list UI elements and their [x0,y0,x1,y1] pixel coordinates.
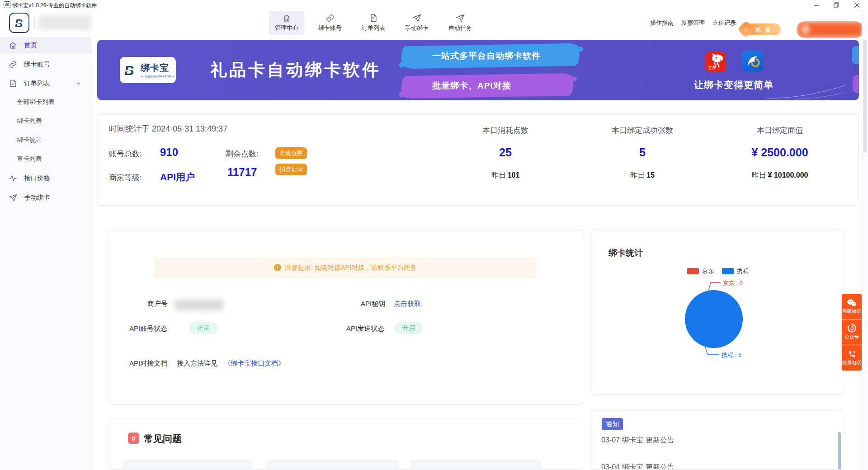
stat-value: 25 [442,146,569,159]
notice-badge: 通知 [602,418,623,430]
api-send-status-label: API发送状态 [346,324,384,333]
api-doc-text: 接入方法详见 [177,359,217,368]
sidebar-item-card-accounts[interactable]: 绑卡账号 [0,56,91,72]
api-account-status-badge: 正常 [189,322,217,334]
official-account-button[interactable]: 公众号 [842,320,862,344]
banner-slogan: 让绑卡变得更简单 [694,79,774,91]
sidebar-item-manual-bind[interactable]: 手动绑卡 [0,189,91,206]
hero-banner: B 绑卡宝 — 专业的自动绑卡软件 — 礼品卡自动绑卡软件 一站式多平台自动绑卡… [97,40,859,100]
home-icon [9,41,17,50]
warning-text: 温馨提示: 如需对接API对接，请联系平台商务 [285,263,417,272]
blurred-avatar [801,25,810,34]
tab-card-accounts[interactable]: 绑卡账号 [312,11,348,35]
pie-callout-lines [591,231,844,395]
sidebar-item-api-price[interactable]: 接口价格 [0,170,91,186]
recharge-label: 充 值 [755,26,772,34]
wechat-icon [847,299,857,307]
points-label: 剩余点数: [226,149,259,159]
notice-item[interactable]: 03-04 绑卡宝 更新公告 [601,463,675,470]
recharge-points-button[interactable]: 充值点数 [275,147,307,159]
restore-button[interactable] [829,0,844,10]
stat-col-points-consumed: 本日消耗点数 25 昨日101 [442,125,569,180]
merchant-level-label: 商家等级: [109,173,142,183]
link-recharge-record[interactable]: 充值记录 [712,19,736,27]
faq-title: 常见问题 [144,432,182,445]
faq-item[interactable] [266,460,399,470]
api-doc-label: API对接文档 [129,359,167,368]
ctrip-app-icon [742,51,763,72]
app-window: B 绑卡宝v1.0.26-专业的自动绑卡软件 B 管理中心 [0,0,868,470]
tab-management-center[interactable]: 管理中心 [269,11,304,35]
tab-manual-bind[interactable]: 手动绑卡 [399,11,434,35]
brand-logo: B [9,13,29,33]
banner-tag1: 一站式多平台自动绑卡软件 [401,45,580,67]
pie-label-ctrip: 携程 : 5 [722,351,741,359]
titlebar: B 绑卡宝v1.0.26-专业的自动绑卡软件 [0,0,868,10]
stats-card: 时间统计于 2024-05-31 13:49:37 账号总数: 910 商家等级… [97,113,859,206]
lightning-icon: ⚡ [737,20,755,38]
notice-panel: 通知 03-07 绑卡宝 更新公告 03-04 绑卡宝 更新公告 [591,409,844,470]
merchant-id-label: 商户号 [147,300,168,308]
send-icon [456,14,465,23]
faq-item[interactable] [122,460,253,470]
ctrip-dolphin-icon [742,51,763,72]
api-panel: ! 温馨提示: 如需对接API对接，请联系平台商务 商户号 API秘钥 点击获取… [108,230,583,404]
jd-app-icon: 京东 [705,52,726,72]
stats-time: 时间统计于 2024-05-31 13:49:37 [109,123,227,134]
banner-logo-slogan: — 专业的自动绑卡软件 — [141,75,175,79]
tab-label: 手动绑卡 [405,24,429,32]
minimize-button[interactable] [808,0,824,10]
stat-col-cards-bound: 本日绑定成功张数 5 昨日15 [579,125,706,180]
blurred-account-name [38,15,91,30]
faq-panel: # 常见问题 [108,418,583,470]
api-send-status-badge: 开启 [395,322,423,334]
home-icon [282,14,291,23]
wechat-service-button[interactable]: 客服微信 [842,294,862,320]
stat-value: ¥ 2500.000 [717,146,843,159]
tab-auto-task[interactable]: 自动任务 [443,11,478,35]
sidebar-item-all-bind-list[interactable]: 全部绑卡列表 [0,94,91,110]
chevron-down-icon [75,80,81,86]
recharge-button[interactable]: ⚡ 充 值 [740,23,782,36]
banner-title: 礼品卡自动绑卡软件 [210,59,381,81]
header: B 管理中心 绑卡账号 订单列表 手动绑卡 [0,10,868,36]
header-links: 操作指南 发票管理 充值记录 [650,19,736,27]
page-scrollbar-thumb[interactable] [863,40,867,153]
account-total-value: 910 [160,146,178,159]
blurred-user-button[interactable] [797,21,863,38]
document-icon [369,14,378,23]
sidebar-item-order-list[interactable]: 订单列表 [0,75,91,91]
account-total-label: 账号总数: [109,149,142,159]
notice-scrollbar-thumb[interactable] [838,432,841,470]
pie-label-jd: 京东 : 0 [723,279,743,287]
faq-item[interactable] [410,460,542,470]
sidebar-item-bind-stats[interactable]: 绑卡统计 [0,132,91,148]
notice-item[interactable]: 03-07 绑卡宝 更新公告 [601,436,675,445]
points-value: 11717 [227,166,257,179]
tab-label: 管理中心 [275,24,298,32]
jd-label: 京东 [708,65,716,71]
sidebar-item-home[interactable]: 首页 [0,37,91,53]
tab-order-list[interactable]: 订单列表 [356,11,391,35]
blurred-merchant-id [175,300,223,310]
send-icon [412,14,421,23]
api-doc-link[interactable]: 《绑卡宝接口文档》 [224,359,285,368]
app-logo-icon: B [4,1,10,8]
api-secret-label: API秘钥 [361,300,385,308]
contact-phone-button[interactable]: 联系电话 [842,344,862,371]
tab-label: 订单列表 [362,24,385,32]
bind-stats-chart-card: 绑卡统计 京东 携程 京东 : 0 携程 : 5 [591,230,844,395]
sidebar-item-bind-list[interactable]: 绑卡列表 [0,113,91,129]
deduct-record-button[interactable]: 扣点记录 [275,164,307,175]
link-operation-guide[interactable]: 操作指南 [650,19,674,27]
brand-b-icon: B [13,16,26,30]
brand-b-icon: B [123,62,138,78]
get-secret-link[interactable]: 点击获取 [394,300,421,308]
stat-value: 5 [579,146,706,159]
link-invoice-management[interactable]: 发票管理 [681,19,705,27]
warning-icon: ! [274,264,281,271]
sidebar-item-check-card-list[interactable]: 查卡列表 [0,151,91,167]
decor-brush-tip-purple [853,75,859,93]
close-button[interactable] [849,0,864,10]
official-account-icon [847,324,856,333]
